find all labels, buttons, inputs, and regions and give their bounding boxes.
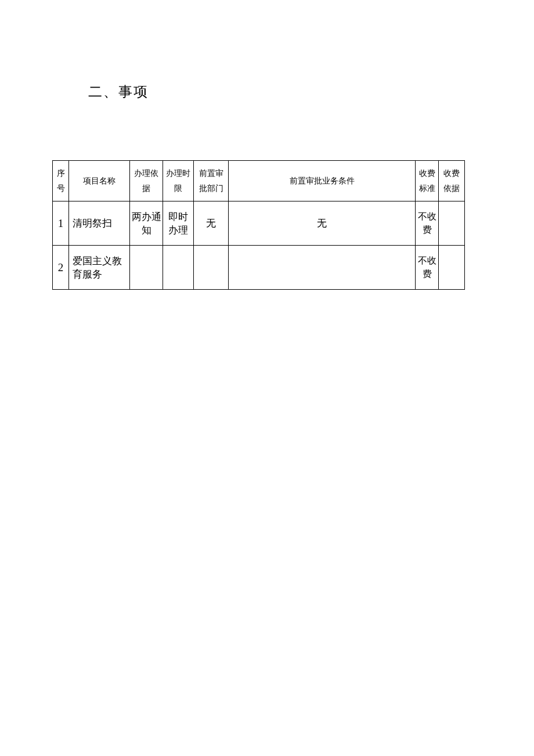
cell-precond-text: 无 (317, 218, 327, 229)
items-table: 序号 项目名称 办理依据 办理时限 前置审批部门 前置审批业务条件 收费标准 收… (52, 160, 465, 290)
header-predept: 前置审批部门 (194, 161, 229, 201)
cell-seq: 1 (53, 201, 69, 246)
cell-feebasis (439, 246, 465, 290)
section-heading: 二、事项 (88, 82, 149, 101)
header-basis: 办理依据 (130, 161, 163, 201)
cell-precond (229, 246, 416, 290)
cell-deadline (163, 246, 194, 290)
cell-feestd: 不收费 (416, 246, 439, 290)
header-feestd-text: 收费标准 (419, 169, 435, 192)
cell-seq: 2 (53, 246, 69, 290)
cell-name-text: 爱国主义教育服务 (73, 255, 122, 280)
header-deadline-text: 办理时限 (166, 169, 190, 192)
header-feestd: 收费标准 (416, 161, 439, 201)
cell-basis: 两办通知 (130, 201, 163, 246)
cell-basis (130, 246, 163, 290)
header-name: 项目名称 (69, 161, 130, 201)
header-precond: 前置审批业务条件 (229, 161, 416, 201)
cell-feestd-text: 不收费 (418, 255, 436, 278)
cell-deadline-text: 即时办理 (168, 211, 188, 236)
header-predept-text: 前置审批部门 (199, 169, 223, 192)
cell-seq-text: 1 (58, 217, 64, 229)
header-feebasis: 收费依据 (439, 161, 465, 201)
table-row: 2 爱国主义教育服务 不收费 (53, 246, 465, 290)
cell-precond: 无 (229, 201, 416, 246)
header-precond-text: 前置审批业务条件 (290, 177, 355, 185)
cell-feestd-text: 不收费 (418, 211, 436, 234)
cell-predept-text: 无 (206, 218, 216, 229)
header-deadline: 办理时限 (163, 161, 194, 201)
cell-name: 清明祭扫 (69, 201, 130, 246)
cell-predept (194, 246, 229, 290)
cell-seq-text: 2 (58, 261, 64, 273)
cell-name-text: 清明祭扫 (73, 218, 112, 229)
header-name-text: 项目名称 (83, 177, 116, 185)
cell-predept: 无 (194, 201, 229, 246)
cell-basis-text: 两办通知 (132, 211, 161, 236)
table-row: 1 清明祭扫 两办通知 即时办理 无 无 不收费 (53, 201, 465, 246)
header-feebasis-text: 收费依据 (443, 169, 460, 192)
header-seq: 序号 (53, 161, 69, 201)
header-seq-text: 序号 (57, 169, 65, 192)
cell-feebasis (439, 201, 465, 246)
header-basis-text: 办理依据 (134, 169, 158, 192)
cell-feestd: 不收费 (416, 201, 439, 246)
cell-deadline: 即时办理 (163, 201, 194, 246)
table-header-row: 序号 项目名称 办理依据 办理时限 前置审批部门 前置审批业务条件 收费标准 收… (53, 161, 465, 201)
cell-name: 爱国主义教育服务 (69, 246, 130, 290)
